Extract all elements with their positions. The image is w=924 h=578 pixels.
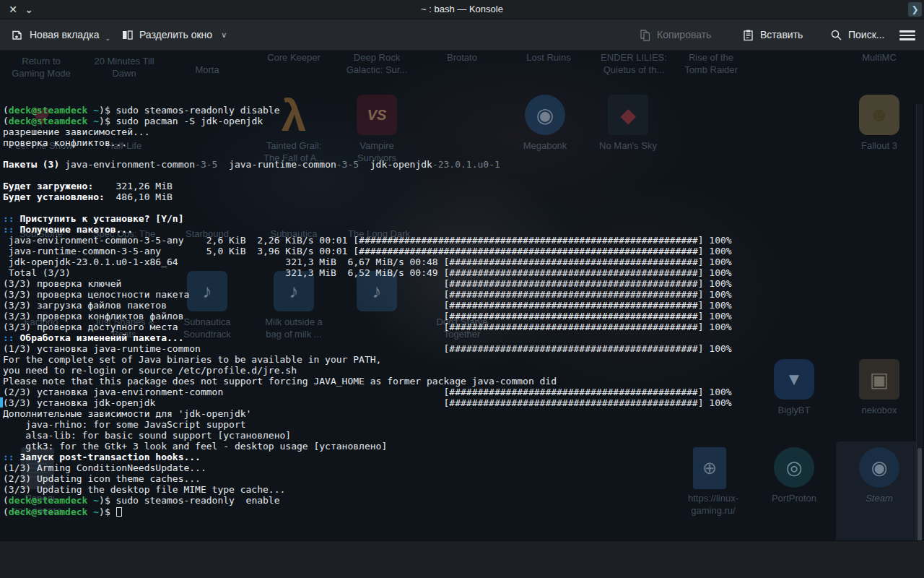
portproton-icon: ◎ [774, 447, 814, 488]
return-to-gaming-mode-label: Return toGaming Mode [0, 55, 84, 79]
split-window-label: Разделить окно [139, 29, 212, 40]
hamburger-menu-icon[interactable] [899, 28, 915, 41]
multimc-label: MultiMC [837, 51, 922, 64]
fallout-3-label: Fallout 3 [837, 139, 922, 152]
search-icon [830, 29, 842, 41]
paste-label: Вставить [760, 29, 803, 40]
lost-ruins-label: Lost Ruins [506, 51, 591, 64]
paste-button[interactable]: Вставить [742, 25, 803, 45]
taskbar: us 15% 15:24 02.01.2026 [0, 540, 924, 578]
deep-rock-galactic-label: Deep RockGalactic: Sur... [334, 51, 419, 76]
terminal-output: (deck@steamdeck ~)$ sudo steamos-readonl… [3, 105, 732, 517]
20-minutes-till-dawn-label: 20 Minutes TillDawn [82, 55, 167, 79]
window-title: ~ : bash — Konsole [0, 0, 924, 19]
portproton-label: PortProton [751, 492, 837, 504]
rise-of-the-tomb-raider-label: Rise of theTomb Raider [668, 51, 754, 76]
window-titlebar: ✕ ⌄ ~ : bash — Konsole ❯ [0, 0, 924, 20]
new-tab-icon [12, 29, 24, 41]
ender-lilies-label: ENDER LILIES:Quietus of th... [591, 51, 676, 76]
nekobox-icon: ▣ [859, 359, 899, 400]
brotato-label: Brotato [419, 51, 505, 64]
nekobox-label: nekobox [837, 404, 922, 416]
new-tab-dropdown-icon[interactable]: ⌄ [105, 35, 111, 42]
split-dropdown-icon[interactable]: ∨ [221, 30, 227, 40]
konsole-toolbar: Новая вкладка ⌄ Разделить окно ∨ Копиров… [0, 20, 924, 51]
copy-label: Копировать [657, 29, 711, 40]
core-keeper-label: Core Keeper [251, 51, 336, 64]
search-button[interactable]: Поиск... [830, 25, 884, 45]
new-output-marker [0, 397, 3, 407]
terminal-viewport[interactable]: Return toGaming Mode20 Minutes TillDawnM… [0, 51, 924, 540]
biglybt-label: BiglyBT [751, 404, 837, 416]
panel-edge-button[interactable]: ❯ [908, 2, 922, 17]
copy-icon [639, 29, 651, 41]
morta-label: Morta [165, 64, 250, 76]
paste-icon [742, 29, 754, 41]
screen: ✕ ⌄ ~ : bash — Konsole ❯ Новая вкладка ⌄… [0, 0, 924, 578]
fallout-3-icon: ☻ [859, 95, 899, 135]
biglybt-icon: ▼ [774, 359, 814, 400]
ghost-selection-highlight [836, 441, 923, 550]
new-tab-label: Новая вкладка [30, 29, 100, 40]
split-window-icon [121, 29, 134, 41]
search-label: Поиск... [848, 29, 884, 40]
split-window-button[interactable]: Разделить окно ∨ [121, 25, 227, 45]
copy-button[interactable]: Копировать [639, 25, 711, 45]
terminal-scrollbar[interactable] [916, 104, 923, 578]
new-tab-button[interactable]: Новая вкладка ⌄ [12, 25, 110, 45]
